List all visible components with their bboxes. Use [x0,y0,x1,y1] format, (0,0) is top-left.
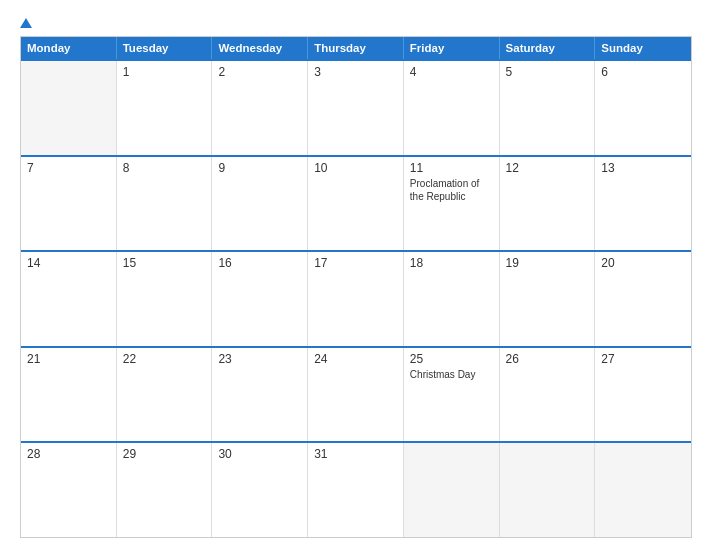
day-number: 4 [410,65,493,79]
calendar-cell: 10 [308,157,404,251]
calendar-cell: 15 [117,252,213,346]
day-number: 29 [123,447,206,461]
calendar-cell: 6 [595,61,691,155]
logo-triangle-icon [20,18,32,28]
calendar-cell: 28 [21,443,117,537]
calendar-cell: 14 [21,252,117,346]
calendar-cell: 31 [308,443,404,537]
day-number: 19 [506,256,589,270]
day-number: 7 [27,161,110,175]
calendar-cell: 9 [212,157,308,251]
calendar-cell: 7 [21,157,117,251]
calendar-cell: 30 [212,443,308,537]
col-tuesday: Tuesday [117,37,213,59]
calendar-week-3: 14151617181920 [21,250,691,346]
calendar-cell: 8 [117,157,213,251]
calendar-week-1: 123456 [21,59,691,155]
col-sunday: Sunday [595,37,691,59]
day-number: 22 [123,352,206,366]
logo [20,18,34,28]
day-number: 6 [601,65,685,79]
calendar-cell [500,443,596,537]
calendar-cell: 1 [117,61,213,155]
calendar-cell [404,443,500,537]
day-number: 13 [601,161,685,175]
day-number: 3 [314,65,397,79]
day-number: 9 [218,161,301,175]
day-number: 12 [506,161,589,175]
calendar-cell: 12 [500,157,596,251]
day-number: 28 [27,447,110,461]
calendar-cell: 22 [117,348,213,442]
calendar-cell: 17 [308,252,404,346]
col-saturday: Saturday [500,37,596,59]
day-number: 1 [123,65,206,79]
calendar-cell [595,443,691,537]
day-number: 26 [506,352,589,366]
day-number: 14 [27,256,110,270]
day-number: 30 [218,447,301,461]
day-number: 16 [218,256,301,270]
calendar-header-row: Monday Tuesday Wednesday Thursday Friday… [21,37,691,59]
calendar-cell [21,61,117,155]
day-number: 27 [601,352,685,366]
calendar-cell: 2 [212,61,308,155]
calendar-cell: 24 [308,348,404,442]
calendar-grid: Monday Tuesday Wednesday Thursday Friday… [20,36,692,538]
calendar-cell: 29 [117,443,213,537]
calendar-cell: 16 [212,252,308,346]
calendar-week-2: 7891011Proclamation of the Republic1213 [21,155,691,251]
col-thursday: Thursday [308,37,404,59]
col-monday: Monday [21,37,117,59]
day-number: 31 [314,447,397,461]
calendar-cell: 5 [500,61,596,155]
calendar-cell: 4 [404,61,500,155]
logo-blue-text [20,18,34,28]
calendar-cell: 27 [595,348,691,442]
event-label: Christmas Day [410,369,476,380]
day-number: 15 [123,256,206,270]
day-number: 20 [601,256,685,270]
day-number: 18 [410,256,493,270]
calendar-week-5: 28293031 [21,441,691,537]
calendar-cell: 13 [595,157,691,251]
calendar-cell: 18 [404,252,500,346]
day-number: 2 [218,65,301,79]
calendar-cell: 20 [595,252,691,346]
calendar-body: 1234567891011Proclamation of the Republi… [21,59,691,537]
day-number: 10 [314,161,397,175]
header [20,18,692,28]
calendar-cell: 26 [500,348,596,442]
event-label: Proclamation of the Republic [410,178,479,202]
calendar-cell: 25Christmas Day [404,348,500,442]
day-number: 23 [218,352,301,366]
calendar-page: Monday Tuesday Wednesday Thursday Friday… [0,0,712,550]
calendar-week-4: 2122232425Christmas Day2627 [21,346,691,442]
day-number: 8 [123,161,206,175]
calendar-cell: 19 [500,252,596,346]
calendar-cell: 3 [308,61,404,155]
col-friday: Friday [404,37,500,59]
calendar-cell: 11Proclamation of the Republic [404,157,500,251]
calendar-cell: 21 [21,348,117,442]
calendar-cell: 23 [212,348,308,442]
day-number: 17 [314,256,397,270]
day-number: 24 [314,352,397,366]
day-number: 11 [410,161,493,175]
col-wednesday: Wednesday [212,37,308,59]
day-number: 5 [506,65,589,79]
day-number: 21 [27,352,110,366]
day-number: 25 [410,352,493,366]
